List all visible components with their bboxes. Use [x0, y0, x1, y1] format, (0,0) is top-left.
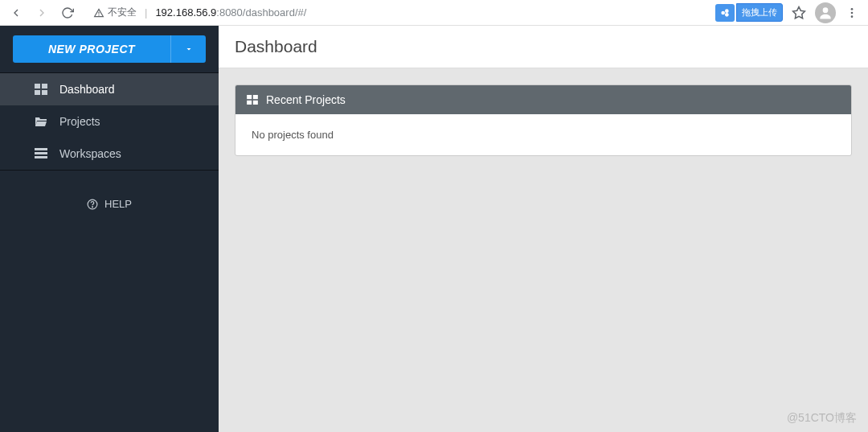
extension-badge[interactable]: 拖拽上传 — [715, 3, 783, 22]
main-body: Recent Projects No projects found @51CTO… — [219, 68, 868, 432]
folder-open-icon — [34, 116, 48, 127]
new-project-label: NEW PROJECT — [48, 43, 135, 56]
stack-icon — [34, 148, 48, 159]
svg-point-0 — [721, 10, 725, 14]
recent-projects-panel: Recent Projects No projects found — [235, 84, 852, 156]
sidebar-item-label: Dashboard — [59, 83, 115, 96]
svg-point-6 — [851, 11, 854, 14]
forward-button[interactable] — [32, 3, 51, 23]
bookmark-star-icon[interactable] — [789, 3, 809, 23]
app-container: NEW PROJECT Dashboard — [0, 26, 868, 432]
svg-rect-13 — [35, 152, 47, 154]
warning-icon — [93, 7, 104, 19]
svg-point-16 — [92, 206, 93, 207]
svg-rect-18 — [253, 95, 258, 99]
caret-down-icon — [184, 44, 194, 54]
svg-rect-10 — [35, 90, 40, 95]
address-bar[interactable]: 不安全 | 192.168.56.9:8080/dashboard/#/ — [84, 2, 709, 23]
sidebar-item-label: Projects — [59, 115, 100, 128]
url-path: :8080/dashboard/#/ — [216, 6, 306, 19]
kebab-menu-icon[interactable] — [842, 3, 862, 23]
extension-label: 拖拽上传 — [736, 3, 783, 22]
grid-icon — [247, 95, 258, 105]
sidebar-item-dashboard[interactable]: Dashboard — [0, 73, 219, 105]
page-title: Dashboard — [235, 37, 852, 56]
extension-icon — [715, 4, 735, 22]
grid-icon — [34, 84, 48, 95]
main-header: Dashboard — [219, 26, 868, 68]
svg-rect-9 — [42, 84, 47, 88]
help-icon — [87, 199, 98, 210]
watermark: @51CTO博客 — [787, 411, 857, 426]
svg-point-1 — [725, 9, 729, 13]
sidebar-item-workspaces[interactable]: Workspaces — [0, 138, 219, 170]
new-project-button[interactable]: NEW PROJECT — [13, 35, 170, 63]
main-content: Dashboard Recent Projects No projects fo… — [219, 26, 868, 432]
url-host: 192.168.56.9 — [155, 6, 216, 19]
sidebar-item-projects[interactable]: Projects — [0, 105, 219, 138]
panel-header: Recent Projects — [235, 85, 851, 114]
svg-point-7 — [851, 15, 854, 18]
help-label: HELP — [104, 198, 132, 210]
reload-button[interactable] — [58, 3, 77, 23]
svg-point-5 — [851, 8, 854, 10]
svg-rect-12 — [35, 148, 47, 150]
url-text: 192.168.56.9:8080/dashboard/#/ — [155, 6, 306, 19]
svg-marker-3 — [793, 6, 805, 18]
svg-rect-11 — [42, 90, 47, 95]
svg-rect-19 — [247, 101, 252, 105]
svg-rect-14 — [35, 156, 47, 158]
svg-rect-8 — [35, 84, 40, 88]
new-project-group: NEW PROJECT — [0, 26, 219, 72]
back-button[interactable] — [6, 3, 26, 23]
svg-point-2 — [725, 13, 729, 17]
url-divider: | — [145, 6, 147, 19]
svg-point-4 — [823, 7, 829, 13]
svg-rect-17 — [247, 95, 252, 99]
security-label: 不安全 — [108, 6, 137, 19]
panel-body: No projects found — [235, 114, 851, 155]
sidebar-item-label: Workspaces — [59, 147, 121, 160]
profile-avatar-icon[interactable] — [815, 2, 836, 23]
security-indicator[interactable]: 不安全 — [93, 6, 137, 19]
empty-state-message: No projects found — [252, 129, 334, 141]
new-project-dropdown-button[interactable] — [170, 35, 206, 63]
sidebar: NEW PROJECT Dashboard — [0, 26, 219, 432]
help-link[interactable]: HELP — [0, 190, 219, 218]
panel-title: Recent Projects — [266, 93, 346, 106]
svg-rect-20 — [253, 101, 258, 105]
nav-section: Dashboard Projects Workspaces — [0, 72, 219, 171]
browser-toolbar: 不安全 | 192.168.56.9:8080/dashboard/#/ 拖拽上… — [0, 0, 868, 26]
